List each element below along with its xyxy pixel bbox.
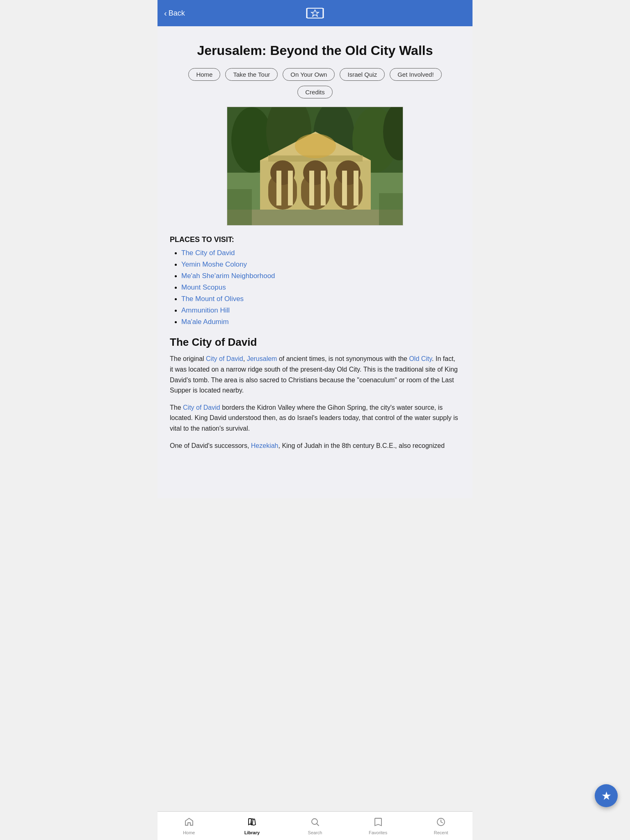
places-section-label: PLACES TO VISIT: [170,235,460,244]
svg-marker-3 [311,10,319,16]
svg-rect-28 [227,189,252,226]
article-paragraph-3: One of David's successors, Hezekiah, Kin… [170,441,460,451]
inline-link-hezekiah[interactable]: Hezekiah [251,442,278,449]
app-logo [305,5,325,21]
svg-point-27 [295,134,336,158]
nav-credits-button[interactable]: Credits [297,86,333,98]
page-title: Jerusalem: Beyond the Old City Walls [170,43,460,58]
inline-link-city-of-david-2[interactable]: City of David [183,404,220,411]
svg-rect-29 [379,193,403,226]
nav-buttons-row1: Home Take the Tour On Your Own Israel Qu… [170,68,460,81]
nav-get-involved-button[interactable]: Get Involved! [390,68,441,81]
nav-take-tour-button[interactable]: Take the Tour [225,68,278,81]
list-item: The City of David [181,249,460,257]
place-maale-adumim-link[interactable]: Ma'ale Adumim [181,318,229,326]
svg-rect-24 [342,171,347,205]
top-navigation-bar: ‹ Back [158,0,472,26]
back-label: Back [169,9,185,18]
svg-rect-26 [227,210,403,226]
svg-rect-25 [354,171,358,205]
nav-buttons-row2: Credits [170,86,460,98]
list-item: Ma'ale Adumim [181,318,460,326]
list-item: Me'ah She'arim Neighborhood [181,272,460,280]
article-title: The City of David [170,336,460,349]
place-meah-shearim-link[interactable]: Me'ah She'arim Neighborhood [181,272,275,280]
list-item: Yemin Moshe Colony [181,260,460,269]
list-item: Ammunition Hill [181,306,460,315]
article-paragraph-1: The original City of David, Jerusalem of… [170,354,460,395]
article-paragraph-2: The City of David borders the Kidron Val… [170,402,460,434]
place-mount-scopus-link[interactable]: Mount Scopus [181,283,226,291]
svg-rect-23 [321,171,326,205]
place-yemin-moshe-link[interactable]: Yemin Moshe Colony [181,260,247,268]
inline-link-city-of-david[interactable]: City of David [206,355,243,362]
place-mount-olives-link[interactable]: The Mount of Olives [181,295,244,303]
svg-rect-20 [276,171,281,205]
list-item: Mount Scopus [181,283,460,292]
nav-on-your-own-button[interactable]: On Your Own [283,68,335,81]
places-list: The City of David Yemin Moshe Colony Me'… [170,249,460,326]
hero-image-svg [227,107,403,226]
svg-rect-22 [309,171,314,205]
inline-link-old-city[interactable]: Old City [409,355,432,362]
place-ammunition-hill-link[interactable]: Ammunition Hill [181,306,230,314]
main-content: Jerusalem: Beyond the Old City Walls Hom… [158,26,472,498]
back-chevron-icon: ‹ [164,9,167,18]
hero-image-container [170,107,460,226]
place-city-of-david-link[interactable]: The City of David [181,249,235,257]
nav-home-button[interactable]: Home [188,68,220,81]
svg-rect-21 [288,171,293,205]
nav-israel-quiz-button[interactable]: Israel Quiz [340,68,385,81]
back-button[interactable]: ‹ Back [164,9,185,18]
hero-image [227,107,403,226]
list-item: The Mount of Olives [181,295,460,303]
inline-link-jerusalem[interactable]: Jerusalem [247,355,277,362]
